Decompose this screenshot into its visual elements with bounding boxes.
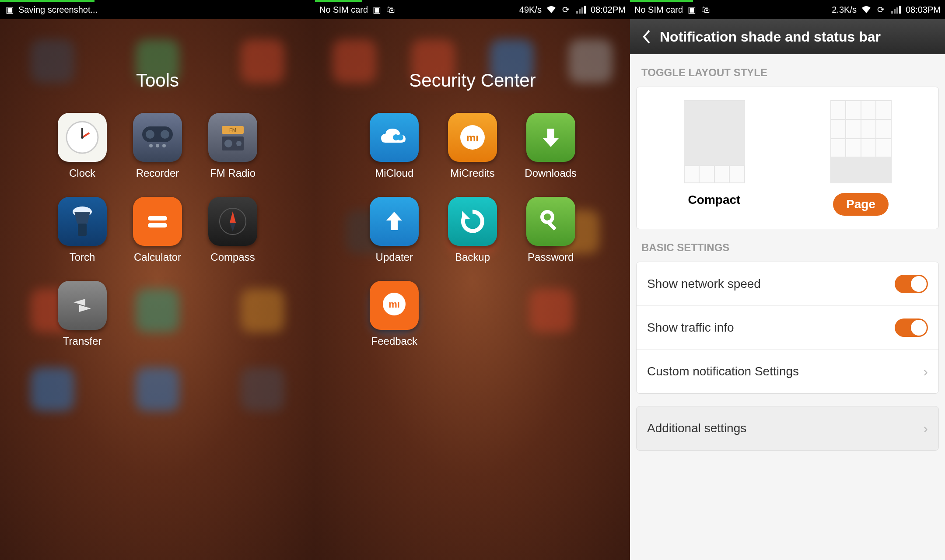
svg-rect-35 [894, 9, 896, 14]
app-fm-radio[interactable]: FM FM Radio [208, 113, 257, 179]
row-label: Additional settings [647, 421, 746, 435]
folder-title: Security Center [409, 70, 536, 91]
sync-icon: ⟳ [876, 4, 886, 15]
app-label: Recorder [136, 167, 179, 179]
app-label: Compass [210, 251, 255, 263]
compact-preview [684, 100, 745, 183]
screen-tools: ▣ Saving screenshot... Tools Clock [0, 0, 315, 560]
svg-text:mı: mı [466, 132, 479, 144]
wifi-icon [861, 4, 872, 15]
additional-settings-card: Additional settings › [636, 406, 939, 451]
section-header: BASIC SETTINGS [630, 229, 945, 262]
svg-rect-29 [391, 220, 398, 230]
app-compass[interactable]: Compass [208, 197, 257, 263]
svg-point-9 [162, 144, 166, 147]
chevron-right-icon: › [923, 364, 928, 380]
clock-time: 08:03PM [906, 5, 941, 15]
svg-rect-36 [896, 7, 898, 14]
folder-overlay: Security Center MiCloud mı MiCredits Dow… [315, 0, 630, 560]
app-label: FM Radio [210, 167, 256, 179]
svg-point-5 [146, 130, 154, 139]
toggle-switch[interactable] [895, 318, 928, 337]
download-icon [526, 113, 575, 162]
status-bar: No SIM card ▣ 🛍 2.3K/s ⟳ 08:03PM [630, 0, 945, 19]
svg-point-3 [81, 136, 84, 139]
image-icon: ▣ [686, 4, 697, 15]
app-label: Feedback [371, 335, 417, 347]
basic-settings-card: Show network speed Show traffic info Cus… [636, 262, 939, 394]
svg-point-14 [236, 141, 242, 146]
toggle-switch[interactable] [895, 275, 928, 293]
app-label: Calculator [134, 251, 181, 263]
app-feedback[interactable]: mı Feedback [368, 281, 420, 347]
row-show-network-speed[interactable]: Show network speed [637, 262, 938, 306]
app-backup[interactable]: Backup [447, 197, 499, 263]
screen-settings: No SIM card ▣ 🛍 2.3K/s ⟳ 08:03PM Notific… [630, 0, 945, 560]
app-label: MiCredits [450, 167, 494, 179]
chat-icon: mı [370, 281, 419, 330]
recorder-icon [133, 113, 182, 162]
app-label: Downloads [525, 167, 577, 179]
svg-point-13 [224, 140, 232, 147]
transfer-icon [58, 281, 107, 330]
row-additional-settings[interactable]: Additional settings › [637, 406, 938, 450]
svg-point-25 [397, 134, 403, 140]
back-button[interactable] [637, 27, 656, 46]
sim-status: No SIM card [634, 5, 683, 15]
chevron-right-icon: › [923, 420, 928, 437]
bag-icon: 🛍 [700, 4, 711, 15]
app-label: Updater [376, 251, 413, 263]
row-custom-notification[interactable]: Custom notification Settings › [637, 350, 938, 393]
app-transfer[interactable]: Transfer [58, 281, 107, 347]
app-clock[interactable]: Clock [58, 113, 107, 179]
svg-point-30 [542, 212, 553, 222]
app-label: Backup [455, 251, 490, 263]
svg-rect-34 [891, 11, 893, 14]
app-password[interactable]: Password [525, 197, 577, 263]
folder-title: Tools [136, 70, 179, 91]
section-header: TOGGLE LAYOUT STYLE [630, 54, 945, 87]
toggle-layout-card: Compact Page [636, 87, 939, 229]
app-label: Clock [69, 167, 95, 179]
app-calculator[interactable]: Calculator [133, 197, 182, 263]
app-micloud[interactable]: MiCloud [368, 113, 420, 179]
layout-label: Page [833, 193, 889, 216]
app-micredits[interactable]: mı MiCredits [447, 113, 499, 179]
refresh-icon [448, 197, 497, 246]
app-label: Password [528, 251, 574, 263]
svg-point-8 [156, 144, 159, 147]
layout-option-page[interactable]: Page [830, 100, 892, 216]
signal-icon [891, 4, 901, 15]
app-label: Transfer [63, 335, 102, 347]
app-recorder[interactable]: Recorder [133, 113, 182, 179]
row-label: Show network speed [647, 277, 761, 291]
cloud-icon [370, 113, 419, 162]
torch-icon [58, 197, 107, 246]
settings-header: Notification shade and status bar [630, 19, 945, 54]
page-title: Notification shade and status bar [660, 29, 881, 45]
network-speed: 2.3K/s [832, 5, 857, 15]
page-preview [830, 100, 892, 183]
clock-icon [58, 113, 107, 162]
radio-icon: FM [208, 113, 257, 162]
app-label: MiCloud [375, 167, 413, 179]
settings-body[interactable]: TOGGLE LAYOUT STYLE Compact Page [630, 54, 945, 560]
svg-text:mı: mı [388, 299, 400, 310]
row-label: Custom notification Settings [647, 364, 799, 378]
layout-option-compact[interactable]: Compact [684, 100, 745, 216]
key-icon [526, 197, 575, 246]
upload-icon [370, 197, 419, 246]
mi-coin-icon: mı [448, 113, 497, 162]
calculator-icon [133, 197, 182, 246]
screen-security-center: No SIM card ▣ 🛍 49K/s ⟳ 08:02PM S [315, 0, 630, 560]
svg-rect-17 [148, 216, 167, 220]
svg-point-6 [161, 130, 169, 139]
row-show-traffic-info[interactable]: Show traffic info [637, 306, 938, 350]
layout-label: Compact [688, 193, 741, 207]
folder-overlay: Tools Clock Recorder FM FM Radio [0, 0, 315, 560]
app-torch[interactable]: Torch [58, 197, 107, 263]
app-updater[interactable]: Updater [368, 197, 420, 263]
svg-point-7 [149, 144, 153, 147]
app-downloads[interactable]: Downloads [525, 113, 577, 179]
svg-text:FM: FM [229, 127, 236, 133]
